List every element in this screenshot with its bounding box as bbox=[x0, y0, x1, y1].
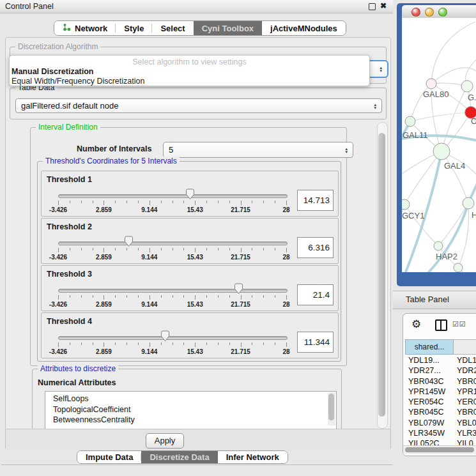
close-icon[interactable]: ✖ bbox=[380, 1, 387, 10]
slider-track[interactable] bbox=[58, 336, 288, 340]
list-scrollbar-thumb[interactable] bbox=[328, 394, 334, 420]
slider-tick-label: 28 bbox=[282, 254, 289, 261]
attribute-list-item[interactable]: SelfLoops bbox=[45, 394, 336, 404]
network-node[interactable] bbox=[405, 116, 415, 127]
tab-style[interactable]: Style bbox=[116, 21, 152, 35]
table-row[interactable]: YBL079WYBL0 bbox=[403, 418, 476, 429]
tab-impute-data[interactable]: Impute Data bbox=[77, 451, 141, 463]
network-node[interactable] bbox=[454, 263, 463, 272]
attribute-list-item[interactable]: BetweennessCentrality bbox=[45, 415, 336, 426]
minimize-traffic-light[interactable] bbox=[425, 8, 434, 17]
table-row[interactable]: YLR345WYLR3 bbox=[403, 429, 476, 439]
network-edge[interactable] bbox=[410, 112, 471, 121]
threshold-value-field[interactable]: 11.344 bbox=[297, 332, 334, 353]
network-edge[interactable] bbox=[458, 203, 469, 268]
cell-name[interactable]: YDR2 bbox=[457, 366, 476, 375]
cell-shared-name[interactable]: YDR27... bbox=[408, 366, 441, 375]
network-canvas[interactable]: GAL80G.CGAL11GAL4GCY1HHAP2 bbox=[402, 18, 476, 272]
network-window-titlebar[interactable] bbox=[402, 5, 476, 19]
column-selector-icon[interactable] bbox=[435, 319, 447, 331]
algorithm-option[interactable]: Equal Width/Frequency Discretization bbox=[12, 77, 144, 86]
table-row[interactable]: YDL19...YDL1 bbox=[403, 356, 476, 366]
network-edge[interactable] bbox=[441, 151, 468, 203]
threshold-value-field[interactable]: 6.316 bbox=[297, 237, 334, 258]
tab-select[interactable]: Select bbox=[152, 21, 193, 35]
network-node[interactable] bbox=[433, 143, 450, 160]
settings-scrollbar-thumb[interactable] bbox=[378, 133, 385, 417]
table-row[interactable]: YBR045CYBR0 bbox=[403, 408, 476, 418]
cell-shared-name[interactable]: YER054C bbox=[408, 397, 444, 406]
slider-tick-label: -3.426 bbox=[49, 301, 67, 308]
slider-tick-label: 15.43 bbox=[187, 206, 203, 213]
threshold-label: Threshold 2 bbox=[47, 222, 92, 231]
tab-infer-network[interactable]: Infer Network bbox=[218, 451, 288, 463]
slider-tick bbox=[150, 342, 150, 347]
table-data-combo-value: galFiltered.sif default node bbox=[21, 101, 118, 111]
network-node[interactable] bbox=[402, 199, 410, 210]
column-header-shared-name[interactable]: shared... bbox=[405, 339, 454, 355]
numerical-attributes-list[interactable]: SelfLoopsTopologicalCoefficientBetweenne… bbox=[45, 391, 337, 429]
slider-track[interactable] bbox=[58, 289, 288, 293]
cell-name[interactable]: YDL1 bbox=[457, 356, 476, 365]
control-panel-tabbar: Network Style Select Cyni Toolbox jActiv… bbox=[54, 20, 346, 36]
table-row[interactable]: YER054CYER0 bbox=[403, 397, 476, 408]
slider-tick-label: 21.715 bbox=[231, 348, 250, 355]
table-row[interactable]: YDR27...YDR2 bbox=[403, 366, 476, 376]
apply-button[interactable]: Apply bbox=[146, 433, 184, 449]
network-node[interactable] bbox=[463, 197, 474, 209]
slider-track[interactable] bbox=[58, 194, 288, 198]
table-horizontal-scrollbar[interactable] bbox=[403, 445, 476, 454]
settings-vertical-scrollbar[interactable] bbox=[377, 122, 388, 429]
cell-shared-name[interactable]: YPR145W bbox=[408, 387, 445, 396]
attribute-list-item[interactable]: TopologicalCoefficient bbox=[45, 404, 336, 415]
cell-name[interactable]: YER0 bbox=[457, 397, 476, 406]
number-of-intervals-label: Number of Intervals bbox=[77, 144, 151, 153]
list-scrollbar[interactable] bbox=[328, 392, 335, 426]
algorithm-option[interactable]: Manual Discretization bbox=[12, 67, 94, 76]
tab-network[interactable]: Network bbox=[54, 21, 116, 35]
tab-discretize-data[interactable]: Discretize Data bbox=[141, 451, 217, 463]
float-window-icon[interactable] bbox=[369, 3, 376, 10]
table-row[interactable]: YBR043CYBR0 bbox=[403, 377, 476, 387]
table-data-combo[interactable]: galFiltered.sif default node ▴▾ bbox=[15, 98, 382, 113]
network-node[interactable] bbox=[434, 242, 443, 250]
cell-shared-name[interactable]: YDL19... bbox=[408, 356, 440, 365]
tab-cyni-toolbox[interactable]: Cyni Toolbox bbox=[194, 21, 262, 35]
table-settings-gear-icon[interactable]: ⚙ bbox=[411, 318, 421, 331]
cell-shared-name[interactable]: YBL079W bbox=[408, 418, 444, 427]
cell-shared-name[interactable]: YBR043C bbox=[408, 377, 444, 386]
table-panel-titlebar: Table Panel bbox=[393, 291, 476, 309]
row-checkboxes-icon[interactable]: ☑☑ bbox=[452, 320, 466, 328]
zoom-traffic-light[interactable] bbox=[438, 8, 447, 17]
cell-name[interactable]: YBL0 bbox=[457, 418, 476, 427]
cell-name[interactable]: YBR0 bbox=[457, 377, 476, 386]
slider-tick-label: 15.43 bbox=[187, 254, 203, 261]
cell-name[interactable]: YPR1 bbox=[457, 387, 476, 396]
slider-tick bbox=[218, 201, 219, 203]
slider-thumb[interactable] bbox=[160, 330, 170, 342]
column-header-name[interactable]: n bbox=[454, 339, 476, 355]
network-node[interactable] bbox=[461, 81, 473, 92]
network-edge[interactable] bbox=[431, 22, 475, 84]
slider-thumb[interactable] bbox=[185, 188, 195, 200]
tab-jactivemnodules[interactable]: jActiveMNodules bbox=[262, 21, 346, 35]
slider-thumb[interactable] bbox=[124, 236, 134, 247]
network-window-frame[interactable]: GAL80G.CGAL11GAL4GCY1HHAP2 bbox=[397, 3, 476, 286]
network-node[interactable] bbox=[426, 79, 436, 89]
threshold-value-field[interactable]: 21.4 bbox=[297, 284, 334, 305]
cell-shared-name[interactable]: YBR045C bbox=[408, 408, 444, 417]
table-hscrollbar-thumb[interactable] bbox=[405, 447, 474, 452]
threshold-value-field[interactable]: 14.713 bbox=[297, 190, 334, 211]
slider-tick bbox=[138, 248, 139, 250]
slider-thumb[interactable] bbox=[234, 283, 243, 295]
cell-name[interactable]: YBR0 bbox=[457, 408, 476, 417]
table-row[interactable]: YPR145WYPR1 bbox=[403, 387, 476, 397]
cell-name[interactable]: YLR3 bbox=[457, 429, 476, 438]
number-of-intervals-combo[interactable]: 5 ▴▾ bbox=[163, 142, 353, 158]
slider-tick bbox=[229, 295, 230, 298]
table-body: YDL19...YDL1YDR27...YDR2YBR043CYBR0YPR14… bbox=[403, 356, 476, 447]
slider-tick bbox=[241, 295, 242, 300]
slider-track[interactable] bbox=[58, 242, 288, 245]
cell-shared-name[interactable]: YLR345W bbox=[408, 429, 445, 438]
close-traffic-light[interactable] bbox=[411, 8, 420, 17]
